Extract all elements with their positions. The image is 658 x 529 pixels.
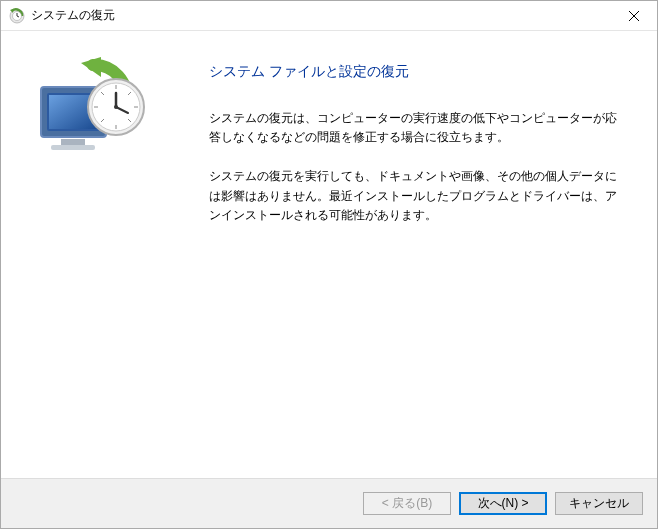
- system-restore-icon: [9, 8, 25, 24]
- restore-illustration: [31, 57, 151, 167]
- close-button[interactable]: [611, 1, 657, 31]
- footer: < 戻る(B) 次へ(N) > キャンセル: [1, 478, 657, 528]
- svg-point-25: [114, 105, 118, 109]
- next-button[interactable]: 次へ(N) >: [459, 492, 547, 515]
- back-button: < 戻る(B): [363, 492, 451, 515]
- svg-rect-10: [61, 139, 85, 145]
- left-pane: [1, 31, 201, 478]
- window-title: システムの復元: [31, 7, 611, 24]
- page-heading: システム ファイルと設定の復元: [209, 63, 627, 81]
- right-pane: システム ファイルと設定の復元 システムの復元は、コンピューターの実行速度の低下…: [201, 31, 657, 478]
- svg-marker-12: [81, 57, 101, 77]
- cancel-button[interactable]: キャンセル: [555, 492, 643, 515]
- titlebar: システムの復元: [1, 1, 657, 31]
- description-paragraph-2: システムの復元を実行しても、ドキュメントや画像、その他の個人データには影響はあり…: [209, 167, 627, 225]
- svg-rect-11: [51, 145, 95, 150]
- content-area: システム ファイルと設定の復元 システムの復元は、コンピューターの実行速度の低下…: [1, 31, 657, 478]
- description-paragraph-1: システムの復元は、コンピューターの実行速度の低下やコンピューターが応答しなくなる…: [209, 109, 627, 147]
